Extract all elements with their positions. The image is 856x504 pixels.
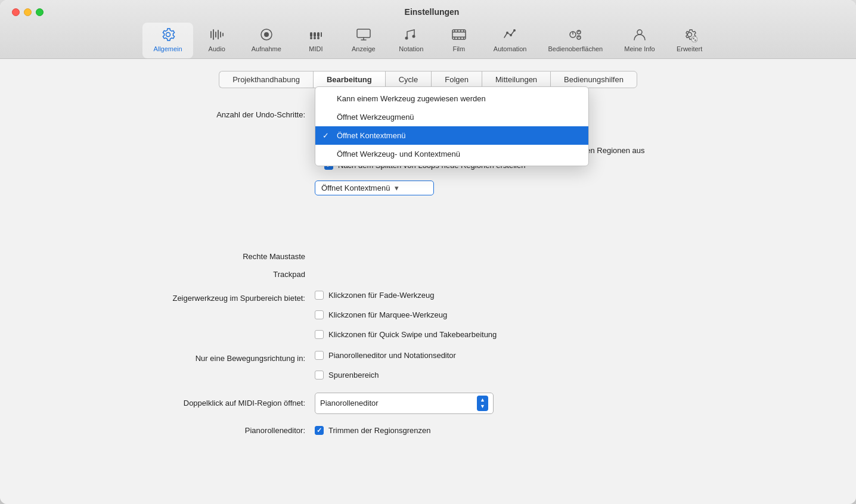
bewegung-pianoroll-label: Pianorolleneditor und Notationseditor xyxy=(328,351,456,360)
toolbar-label-aufnahme: Aufnahme xyxy=(252,45,281,52)
toolbar-item-midi[interactable]: MIDI xyxy=(292,23,340,58)
doppelklick-label: Doppelklick auf MIDI-Region öffnet: xyxy=(130,399,315,407)
midi-icon xyxy=(308,26,324,43)
svg-point-32 xyxy=(637,30,642,35)
dropdown-chevron: ▾ xyxy=(395,183,399,192)
rechte-maustaste-trigger[interactable]: Öffnet Kontextmenü ▾ xyxy=(315,181,434,195)
bewegung-spurenbereich-input[interactable] xyxy=(315,371,324,379)
toolbar-label-meine-info: Meine Info xyxy=(624,45,655,52)
main-window: Einstellungen Allgemein xyxy=(0,0,856,504)
svg-point-11 xyxy=(412,35,415,38)
tab-projekthandhabung[interactable]: Projekthandhabung xyxy=(219,71,313,88)
svg-rect-5 xyxy=(321,32,322,37)
zeiger-label: Zeigerwerkzeug im Spurbereich bietet: xyxy=(130,291,315,306)
doppelklick-value: Pianorolleneditor xyxy=(320,399,379,407)
tab-mitteilungen[interactable]: Mitteilungen xyxy=(482,71,550,88)
svg-rect-2 xyxy=(310,32,312,37)
undo-label: Anzahl der Undo-Schritte: xyxy=(130,110,315,119)
toolbar-label-allgemein: Allgemein xyxy=(153,45,182,52)
dropdown-popup: Kann einem Werkzeug zugewiesen werden Öf… xyxy=(315,86,589,166)
tab-cycle[interactable]: Cycle xyxy=(385,71,432,88)
maximize-button[interactable] xyxy=(36,8,44,16)
toolbar-label-midi: MIDI xyxy=(309,45,322,52)
bewegung-pianoroll-input[interactable] xyxy=(315,351,324,360)
window-title: Einstellungen xyxy=(44,7,820,17)
zeiger-options: Klickzonen für Fade-Werkzeug Klickzonen … xyxy=(315,291,497,345)
pianoroll-checkbox-area: Trimmen der Regionsgrenzen xyxy=(315,426,430,435)
arrow-down: ▼ xyxy=(480,403,485,410)
arrow-up: ▲ xyxy=(480,397,485,403)
tab-bearbeitung[interactable]: Bearbeitung xyxy=(313,71,385,88)
toolbar-label-bedienoberflaechen: Bedienoberflächen xyxy=(548,45,603,52)
doppelklick-row: Doppelklick auf MIDI-Region öffnet: Pian… xyxy=(130,393,726,414)
bewegung-options: Pianorolleneditor und Notationseditor Sp… xyxy=(315,351,456,385)
toolbar-item-erweitert[interactable]: Erweitert xyxy=(666,23,714,58)
surfaces-icon xyxy=(567,26,583,43)
zeiger-checkbox-quick-input[interactable] xyxy=(315,330,324,339)
toolbar-item-bedienoberflaechen[interactable]: Bedienoberflächen xyxy=(538,23,614,58)
popup-item-kann-label: Kann einem Werkzeug zugewiesen werden xyxy=(337,94,486,103)
tab-bedienungshilfen[interactable]: Bedienungshilfen xyxy=(550,71,637,88)
tab-folgen[interactable]: Folgen xyxy=(431,71,482,88)
toolbar-label-audio: Audio xyxy=(209,45,225,52)
popup-item-oeffnet-werkzeugmenue[interactable]: Öffnet Werkzeugmenü xyxy=(315,108,588,126)
toolbar-item-anzeige[interactable]: Anzeige xyxy=(340,23,387,58)
rechte-maustaste-selected: Öffnet Kontextmenü xyxy=(321,183,390,192)
gear-icon xyxy=(160,26,176,43)
toolbar-label-anzeige: Anzeige xyxy=(352,45,376,52)
svg-rect-13 xyxy=(452,32,466,33)
svg-point-33 xyxy=(691,36,697,42)
svg-rect-18 xyxy=(463,30,464,32)
toolbar-item-aufnahme[interactable]: Aufnahme xyxy=(241,23,292,58)
close-button[interactable] xyxy=(12,8,20,16)
pianoroll-checkbox-label: Trimmen der Regionsgrenzen xyxy=(328,426,430,435)
popup-item-oeffnet-kontextmenue[interactable]: ✓ Öffnet Kontextmenü xyxy=(315,126,588,145)
pianoroll-checkbox-input[interactable] xyxy=(315,426,324,435)
toolbar-label-film: Film xyxy=(452,45,465,52)
zeiger-checkbox-quick: Klickzonen für Quick Swipe und Takebearb… xyxy=(315,330,497,339)
bewegung-row: Nur eine Bewegungsrichtung in: Pianoroll… xyxy=(130,351,726,385)
toolbar-label-erweitert: Erweitert xyxy=(677,45,702,52)
pianoroll-label: Pianorolleneditor: xyxy=(130,426,315,435)
toolbar-item-meine-info[interactable]: Meine Info xyxy=(613,23,665,58)
doppelklick-select[interactable]: Pianorolleneditor ▲ ▼ xyxy=(315,393,494,414)
toolbar-item-audio[interactable]: Audio xyxy=(193,23,241,58)
record-icon xyxy=(259,26,274,43)
toolbar-item-automation[interactable]: Automation xyxy=(483,23,538,58)
svg-point-7 xyxy=(314,37,316,39)
svg-point-6 xyxy=(310,37,312,39)
automation-icon xyxy=(503,26,518,43)
content-area: Projekthandhabung Bearbeitung Cycle Folg… xyxy=(0,59,856,504)
advanced-icon xyxy=(682,26,697,43)
popup-item-kann[interactable]: Kann einem Werkzeug zugewiesen werden xyxy=(315,89,588,108)
film-icon xyxy=(451,26,467,43)
toolbar-item-allgemein[interactable]: Allgemein xyxy=(142,23,193,58)
pianoroll-row: Pianorolleneditor: Trimmen der Regionsgr… xyxy=(130,422,726,439)
zeiger-checkbox-quick-label: Klickzonen für Quick Swipe und Takebearb… xyxy=(328,330,497,339)
popup-item-oeffnet-werkzeug-und[interactable]: Öffnet Werkzeug- und Kontextmenü xyxy=(315,145,588,163)
toolbar-item-notation[interactable]: Notation xyxy=(387,23,435,58)
trackpad-label: Trackpad xyxy=(130,270,315,279)
svg-point-24 xyxy=(510,34,512,36)
zeiger-checkbox-fade-input[interactable] xyxy=(315,291,324,300)
popup-item-oeffnet-kontextmenue-label: Öffnet Kontextmenü xyxy=(337,131,405,140)
titlebar: Einstellungen Allgemein xyxy=(0,0,856,59)
bewegung-label: Nur eine Bewegungsrichtung in: xyxy=(130,351,315,366)
svg-rect-4 xyxy=(317,32,320,37)
svg-point-25 xyxy=(513,29,516,32)
zeiger-row: Zeigerwerkzeug im Spurbereich bietet: Kl… xyxy=(130,291,726,345)
toolbar-item-film[interactable]: Film xyxy=(435,23,483,58)
notation-icon xyxy=(404,26,419,43)
rechte-maustaste-label: Rechte Maustaste xyxy=(130,181,315,261)
zeiger-checkbox-marquee-input[interactable] xyxy=(315,310,324,319)
svg-rect-20 xyxy=(457,38,458,39)
rechte-maustaste-dropdown-area: Kann einem Werkzeug zugewiesen werden Öf… xyxy=(315,181,434,195)
select-arrows[interactable]: ▲ ▼ xyxy=(477,396,488,411)
minimize-button[interactable] xyxy=(24,8,32,16)
zeiger-checkbox-fade: Klickzonen für Fade-Werkzeug xyxy=(315,291,497,300)
popup-item-oeffnet-werkzeugmenue-label: Öffnet Werkzeugmenü xyxy=(337,113,414,122)
svg-rect-15 xyxy=(454,30,455,32)
svg-point-35 xyxy=(694,39,696,41)
svg-point-1 xyxy=(264,32,269,37)
svg-rect-17 xyxy=(460,30,461,32)
